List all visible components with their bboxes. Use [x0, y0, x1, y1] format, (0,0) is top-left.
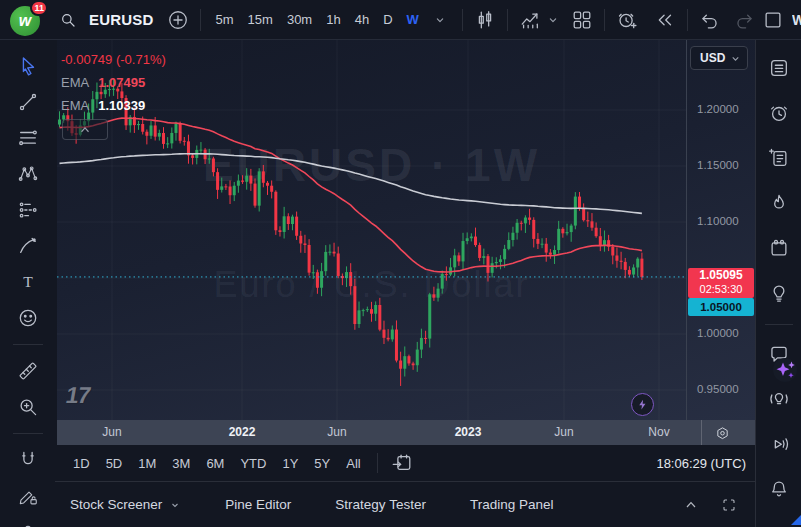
- interval-button-5m[interactable]: 5m: [209, 8, 241, 31]
- toolbar-separator: [462, 9, 463, 31]
- brush-tool-icon[interactable]: [13, 231, 43, 261]
- indicators-caret-icon[interactable]: [544, 6, 562, 34]
- trend-line-tool-icon[interactable]: [13, 87, 43, 117]
- bottom-panel-tabs: Stock ScreenerPine EditorStrategy Tester…: [70, 497, 597, 512]
- bar-replay-icon[interactable]: [651, 6, 679, 34]
- tradingview-logo-watermark: 17: [64, 382, 92, 409]
- interval-button-30m[interactable]: 30m: [280, 8, 319, 31]
- range-button-YTD[interactable]: YTD: [234, 452, 272, 475]
- live-ideas-icon[interactable]: [764, 384, 794, 414]
- chart-legend[interactable]: -0.00749 (-0.71%) EMA1.07495 EMA1.10339: [61, 48, 166, 117]
- caret-down-icon: [730, 53, 741, 64]
- toolbar-divider: [13, 344, 43, 345]
- text-tool-icon[interactable]: T: [13, 267, 43, 297]
- interval-button-1h[interactable]: 1h: [319, 8, 347, 31]
- ideas-bulb-icon[interactable]: [764, 278, 794, 308]
- last-price-badge[interactable]: 1.05095 02:53:30: [688, 268, 754, 298]
- panel-expand-chevron-icon[interactable]: [677, 491, 705, 519]
- toolbar-separator: [687, 9, 688, 31]
- symbol-search-button[interactable]: EURUSD: [54, 6, 154, 34]
- sidebar-divider: [765, 324, 793, 325]
- interval-button-15m[interactable]: 15m: [241, 8, 280, 31]
- legend-collapse-button[interactable]: [62, 119, 108, 140]
- boost-lightning-button[interactable]: [631, 393, 654, 416]
- axis-separator: [701, 420, 702, 445]
- chart-pane[interactable]: EURUSD · 1W Euro / U.S. Dollar -0.00749 …: [57, 40, 755, 420]
- price-level-badge[interactable]: 1.05000: [688, 298, 754, 316]
- alert-plus-icon[interactable]: [613, 6, 641, 34]
- hotlist-flame-icon[interactable]: [764, 188, 794, 218]
- range-button-All[interactable]: All: [340, 452, 366, 475]
- interval-button-D[interactable]: D: [376, 8, 399, 31]
- indicators-icon[interactable]: [516, 6, 544, 34]
- price-axis[interactable]: USD 1.05095 02:53:30 1.05000 1.200001.15…: [687, 40, 755, 420]
- interval-caret-down-icon[interactable]: [426, 6, 454, 34]
- panel-tab-strategy-tester[interactable]: Strategy Tester: [335, 497, 426, 512]
- range-button-3M[interactable]: 3M: [166, 452, 196, 475]
- notifications-bell-icon[interactable]: [764, 474, 794, 504]
- currency-dropdown[interactable]: USD: [690, 46, 748, 70]
- alerts-clock-icon[interactable]: [764, 98, 794, 128]
- undo-icon[interactable]: [696, 6, 724, 34]
- watchlist-icon[interactable]: [764, 53, 794, 83]
- range-button-5D[interactable]: 5D: [100, 452, 129, 475]
- range-button-6M[interactable]: 6M: [200, 452, 230, 475]
- axis-settings-gear-icon[interactable]: [710, 421, 734, 445]
- emoji-tool-icon[interactable]: [13, 303, 43, 333]
- redo-icon[interactable]: [730, 6, 758, 34]
- forecast-tool-icon[interactable]: [13, 195, 43, 225]
- range-button-1D[interactable]: 1D: [67, 452, 96, 475]
- time-axis[interactable]: Jun2022Jun2023JunNov: [57, 420, 755, 445]
- bar-close-countdown: 02:53:30: [688, 283, 754, 296]
- toolbar-separator: [507, 9, 508, 31]
- right-sidebar: [755, 40, 801, 527]
- snapshot-square-icon[interactable]: [759, 6, 787, 34]
- range-buttons: 1D5D1M3M6MYTD1Y5YAll: [67, 452, 371, 475]
- lock-all-tool-icon[interactable]: [13, 517, 43, 527]
- price-tick-label: 1.10000: [697, 215, 739, 227]
- broker-logo[interactable]: w 11: [10, 3, 44, 37]
- clock-utc[interactable]: 18:06:29 (UTC): [656, 456, 746, 471]
- time-axis-label: Jun: [102, 425, 121, 439]
- journal-plus-icon[interactable]: [764, 143, 794, 173]
- xabcd-pattern-tool-icon[interactable]: [13, 159, 43, 189]
- time-axis-label: Jun: [554, 425, 573, 439]
- drawing-toolbar: T: [0, 40, 55, 527]
- go-to-date-icon[interactable]: [388, 449, 416, 477]
- range-button-5Y[interactable]: 5Y: [308, 452, 336, 475]
- search-icon: [54, 6, 82, 34]
- ruler-tool-icon[interactable]: [13, 356, 43, 386]
- zoom-in-tool-icon[interactable]: [13, 392, 43, 422]
- streams-icon[interactable]: [764, 429, 794, 459]
- calendar-icon[interactable]: [764, 233, 794, 263]
- interval-button-4h[interactable]: 4h: [348, 8, 376, 31]
- bottom-panel: Stock ScreenerPine EditorStrategy Tester…: [55, 481, 755, 527]
- price-tick-label: 1.15000: [697, 159, 739, 171]
- ema-legend-row[interactable]: EMA1.07495: [61, 71, 166, 94]
- ema-legend-row[interactable]: EMA1.10339: [61, 94, 166, 117]
- time-axis-label: Jun: [327, 425, 346, 439]
- ai-sparkle-icon[interactable]: [770, 355, 800, 385]
- panel-tab-trading-panel[interactable]: Trading Panel: [470, 497, 554, 512]
- panel-tab-pine-editor[interactable]: Pine Editor: [225, 497, 291, 512]
- compare-add-icon[interactable]: [164, 6, 192, 34]
- ema-label: EMA: [61, 75, 89, 90]
- interval-switcher: 5m15m30m1h4hDW: [209, 8, 426, 31]
- fib-retracement-tool-icon[interactable]: [13, 123, 43, 153]
- panel-tab-stock-screener[interactable]: Stock Screener: [70, 497, 181, 512]
- drawing-lock-tool-icon[interactable]: [13, 481, 43, 511]
- cursor-tool-icon[interactable]: [13, 51, 43, 81]
- interval-button-W[interactable]: W: [400, 8, 426, 31]
- candles-style-icon[interactable]: [471, 6, 499, 34]
- price-tick-label: 1.00000: [697, 327, 739, 339]
- candles-group: [58, 80, 643, 386]
- last-price-value: 1.05095: [688, 268, 754, 283]
- range-button-1Y[interactable]: 1Y: [276, 452, 304, 475]
- panel-maximize-icon[interactable]: [715, 491, 743, 519]
- grid-layout-icon[interactable]: [568, 6, 596, 34]
- corner-resize-wedge-right[interactable]: [791, 515, 801, 525]
- magnet-tool-icon[interactable]: [13, 445, 43, 475]
- time-axis-label: Nov: [648, 425, 669, 439]
- range-button-1M[interactable]: 1M: [132, 452, 162, 475]
- ema-label: EMA: [61, 98, 89, 113]
